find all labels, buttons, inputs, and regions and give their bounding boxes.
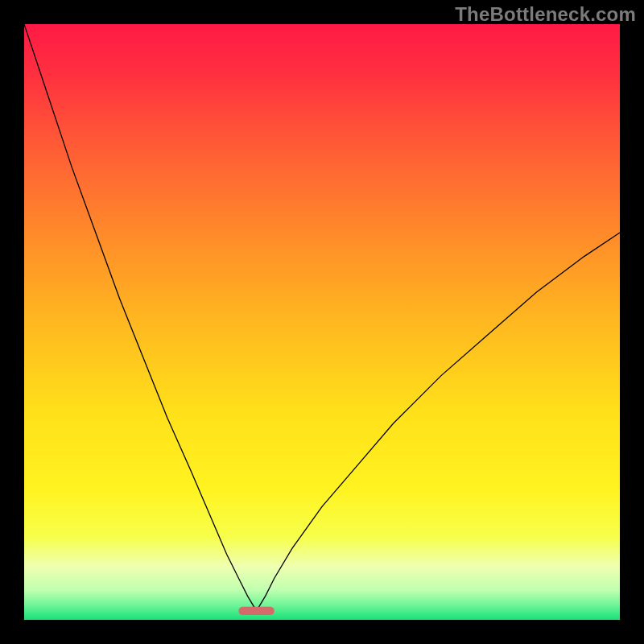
gradient-background: [24, 24, 620, 620]
chart-svg: [24, 24, 620, 620]
minimum-marker: [238, 607, 274, 615]
chart-frame: TheBottleneck.com: [0, 0, 644, 644]
watermark-text: TheBottleneck.com: [455, 3, 636, 26]
plot-area: [24, 24, 620, 620]
